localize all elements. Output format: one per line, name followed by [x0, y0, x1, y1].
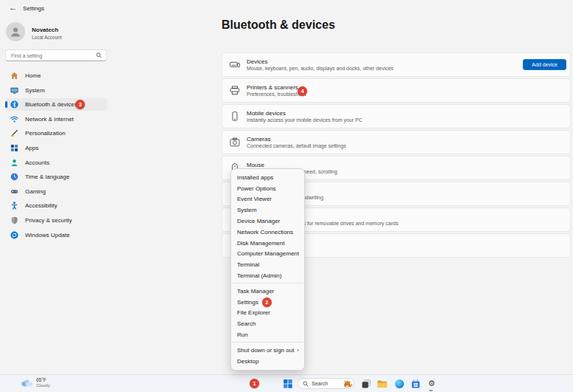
row-title: Printers & scanners: [247, 84, 306, 91]
weather-condition: Cloudy: [36, 383, 50, 388]
sidebar-item-accessibility[interactable]: Accessibility: [5, 199, 107, 212]
row-mobile-devices[interactable]: Mobile devices Instantly access your mob…: [222, 104, 571, 128]
menu-item-settings[interactable]: Settings 2: [231, 297, 304, 308]
menu-item-label: Shut down or sign out: [237, 347, 294, 354]
sidebar-item-privacy-security[interactable]: Privacy & security: [5, 214, 107, 227]
sidebar-item-bluetooth-devices[interactable]: Bluetooth & devices 3: [5, 98, 107, 111]
sidebar-item-label: Personalization: [25, 130, 66, 137]
submenu-chevron-icon: ›: [297, 347, 299, 354]
sidebar-nav: Home System Bluetooth & devices 3 Networ…: [5, 69, 107, 243]
wifi-icon: [10, 115, 18, 123]
row-devices[interactable]: Devices Mouse, keyboard, pen, audio, dis…: [222, 52, 571, 77]
menu-item-computer-management[interactable]: Computer Management: [231, 249, 304, 260]
gear-glyph: ⚙: [428, 379, 436, 388]
sidebar-item-label: Privacy & security: [25, 217, 72, 224]
menu-item-system[interactable]: System: [231, 204, 304, 216]
sidebar-item-label: Apps: [25, 145, 38, 151]
page-title: Bluetooth & devices: [222, 18, 335, 32]
row-title: Mobile devices: [247, 110, 363, 117]
menu-item-label: Settings: [237, 299, 258, 306]
menu-item-terminal-admin[interactable]: Terminal (Admin): [231, 270, 304, 281]
open-app-indicator: [429, 390, 433, 391]
camera-icon: [230, 137, 240, 147]
menu-item-desktop[interactable]: Desktop: [231, 356, 304, 367]
add-device-button[interactable]: Add device: [523, 59, 566, 70]
start-button[interactable]: [283, 379, 292, 388]
menu-item-installed-apps[interactable]: Installed apps: [231, 172, 304, 183]
search-highlight-cat-image: [343, 379, 352, 388]
back-arrow-icon[interactable]: ←: [9, 3, 17, 12]
row-cameras[interactable]: Cameras Connected cameras, default image…: [222, 130, 571, 154]
menu-item-event-viewer[interactable]: Event Viewer: [231, 194, 304, 205]
settings-window: ← Settings Novatech Local Account Find a…: [0, 0, 573, 392]
sidebar-item-label: Network & internet: [25, 116, 74, 123]
display-icon: [10, 86, 18, 94]
sidebar-item-label: System: [25, 87, 45, 94]
search-icon: [303, 381, 309, 387]
account-name: Novatech: [32, 27, 58, 33]
shield-icon: [10, 216, 18, 224]
taskbar-search-box[interactable]: Search: [298, 378, 354, 389]
settings-gear-icon[interactable]: ⚙: [427, 379, 436, 388]
menu-item-power-options[interactable]: Power Options: [231, 183, 304, 194]
sidebar-item-apps[interactable]: Apps: [5, 142, 107, 154]
apps-grid-icon: [10, 144, 18, 152]
windows-update-icon: [10, 231, 18, 239]
sidebar-item-windows-update[interactable]: Windows Update: [5, 229, 107, 241]
file-explorer-icon[interactable]: [377, 379, 387, 388]
menu-separator: [232, 342, 303, 343]
weather-widget[interactable]: 65°F Cloudy: [21, 377, 50, 388]
task-view-icon[interactable]: [361, 379, 371, 388]
sidebar-item-time-language[interactable]: Time & language: [5, 171, 107, 183]
devices-icon: [230, 60, 240, 69]
menu-item-device-manager[interactable]: Device Manager: [231, 216, 304, 227]
sidebar-item-label: Accounts: [25, 159, 49, 166]
menu-item-run[interactable]: Run: [231, 329, 304, 340]
windows-logo-icon: [284, 379, 292, 388]
sidebar-item-label: Accessibility: [25, 202, 58, 209]
sidebar-item-label: Time & language: [25, 173, 69, 180]
account-type: Local Account: [32, 35, 61, 40]
person-icon: [9, 25, 22, 38]
home-icon: [10, 72, 18, 80]
row-printers-scanners[interactable]: Printers & scanners Preferences, trouble…: [222, 78, 571, 103]
menu-item-task-manager[interactable]: Task Manager: [231, 286, 304, 297]
search-placeholder: Find a setting: [11, 53, 96, 58]
menu-item-file-explorer[interactable]: File Explorer: [231, 308, 304, 319]
annotation-badge-1: 1: [250, 379, 259, 388]
annotation-badge-4: 4: [298, 86, 307, 96]
avatar[interactable]: [6, 22, 25, 41]
sidebar-item-system[interactable]: System: [5, 84, 107, 97]
taskbar-search-label: Search: [312, 381, 340, 386]
row-title: Cameras: [247, 136, 346, 142]
menu-item-shutdown-signout[interactable]: Shut down or sign out ›: [231, 345, 304, 356]
cloud-icon: [21, 379, 33, 387]
printer-icon: [230, 86, 240, 95]
sidebar-item-home[interactable]: Home: [5, 69, 107, 82]
search-icon: [96, 52, 102, 58]
accounts-person-icon: [10, 159, 18, 167]
sidebar-item-personalization[interactable]: Personalization: [5, 127, 107, 140]
winx-context-menu: Installed apps Power Options Event Viewe…: [230, 168, 305, 371]
phone-icon: [230, 111, 240, 121]
menu-item-network-connections[interactable]: Network Connections: [231, 227, 304, 238]
sidebar-item-accounts[interactable]: Accounts: [5, 157, 107, 169]
sidebar-item-network-internet[interactable]: Network & internet: [5, 113, 107, 125]
row-title: Mouse: [247, 162, 337, 168]
window-title: Settings: [23, 5, 44, 12]
sidebar-item-label: Bluetooth & devices: [25, 101, 78, 108]
menu-item-terminal[interactable]: Terminal: [231, 259, 304, 270]
taskbar: 65°F Cloudy 1 Search: [0, 374, 573, 392]
menu-item-search[interactable]: Search: [231, 318, 304, 329]
sidebar-item-label: Windows Update: [25, 232, 69, 238]
menu-item-disk-management[interactable]: Disk Management: [231, 238, 304, 249]
microsoft-store-icon[interactable]: [411, 379, 420, 388]
sidebar-item-gaming[interactable]: Gaming: [5, 185, 107, 198]
sidebar-item-label: Gaming: [25, 188, 46, 195]
clock-icon: [10, 173, 18, 181]
row-subtitle: Connected cameras, default image setting…: [247, 143, 346, 149]
edge-browser-icon[interactable]: [394, 379, 404, 388]
row-title: Devices: [247, 58, 394, 65]
search-input[interactable]: Find a setting: [5, 49, 107, 61]
menu-separator: [232, 283, 303, 283]
